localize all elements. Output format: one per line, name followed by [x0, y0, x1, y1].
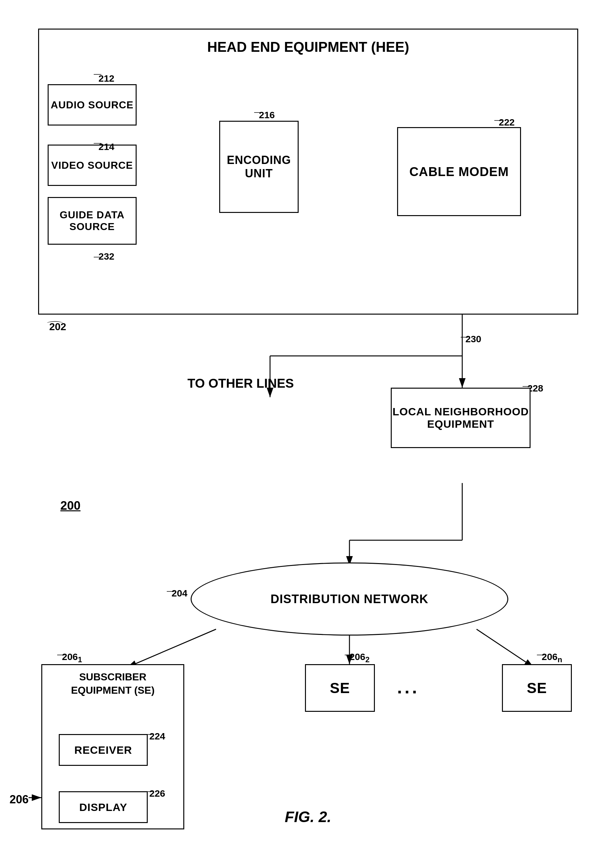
local-neighborhood-box: LOCAL NEIGHBORHOOD EQUIPMENT — [391, 388, 530, 448]
audio-source-box: AUDIO SOURCE — [48, 84, 137, 126]
ref-232-dash: — — [94, 252, 101, 261]
to-other-lines-label: TO OTHER LINES — [188, 375, 294, 391]
svg-line-17 — [476, 629, 534, 667]
ref-204-dash: — — [167, 586, 174, 595]
ref-206-arrow: 206 — [9, 793, 29, 806]
video-source-box: VIDEO SOURCE — [48, 144, 137, 186]
receiver-box: RECEIVER — [59, 734, 148, 766]
hee-bracket: ⌒ — [45, 319, 65, 332]
ref-206-2-dash: — — [345, 650, 352, 659]
figure-label: FIG. 2. — [285, 808, 331, 825]
cable-modem-box: CABLE MODEM — [397, 127, 521, 216]
ref-206-n-dash: — — [537, 650, 544, 659]
guide-data-box: GUIDE DATA SOURCE — [48, 197, 137, 245]
se-box-n: SE — [502, 664, 572, 712]
display-box: DISPLAY — [59, 791, 148, 823]
ref-212-dash: — — [94, 69, 101, 78]
ref-230-dash: — — [461, 332, 468, 341]
svg-line-15 — [127, 629, 216, 667]
ref-224-dash: — — [145, 729, 152, 738]
distribution-network-ellipse: DISTRIBUTION NETWORK — [191, 562, 508, 636]
encoding-unit-box: ENCODING UNIT — [219, 121, 299, 213]
subscriber-equipment-label: SUBSCRIBER EQUIPMENT (SE) — [49, 671, 176, 697]
ref-200: 200 — [60, 499, 80, 513]
ref-222-dash: — — [494, 115, 502, 124]
hee-title-label: HEAD END EQUIPMENT (HEE) — [207, 39, 409, 55]
ref-206-n-sub: n — [557, 655, 562, 664]
ref-206-2-sub: 2 — [365, 655, 370, 664]
ref-214-dash: — — [94, 138, 101, 147]
se-box-2: SE — [305, 664, 375, 712]
ref-206-1-sub: 1 — [78, 655, 82, 664]
ref-226-dash: — — [145, 786, 152, 795]
diagram-container: HEAD END EQUIPMENT (HEE) 202 ⌒ AUDIO SOU… — [0, 0, 616, 851]
ref-216-dash: — — [254, 107, 262, 116]
ellipsis-label: ... — [397, 677, 420, 698]
ref-206-1: 2061 — [62, 651, 82, 664]
ref-206-1-dash: — — [57, 650, 65, 659]
ref-206-2: 2062 — [350, 651, 370, 664]
ref-206-n: 206n — [542, 651, 562, 664]
